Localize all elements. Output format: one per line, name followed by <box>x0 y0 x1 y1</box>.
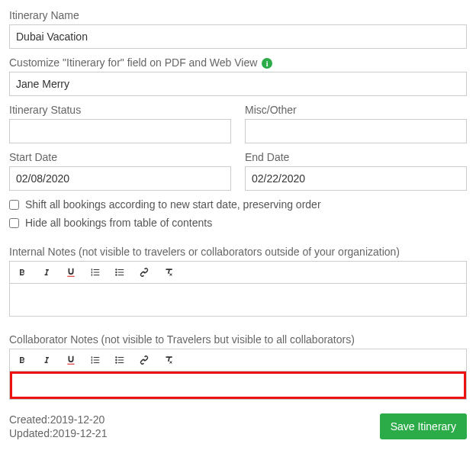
internal-notes-body[interactable] <box>10 284 466 316</box>
hide-checkbox[interactable] <box>9 218 19 228</box>
itinerary-name-label: Itinerary Name <box>9 9 467 21</box>
link-icon[interactable] <box>138 266 150 278</box>
save-button[interactable]: Save Itinerary <box>380 413 467 439</box>
customize-input[interactable] <box>9 72 467 96</box>
start-date-label: Start Date <box>9 151 231 163</box>
collab-notes-editor <box>9 349 467 400</box>
italic-icon[interactable] <box>40 354 53 366</box>
svg-rect-4 <box>67 364 74 365</box>
unordered-list-icon[interactable] <box>114 266 126 278</box>
svg-point-5 <box>115 357 117 359</box>
svg-point-7 <box>115 362 117 364</box>
clear-format-icon[interactable] <box>162 266 175 278</box>
svg-point-2 <box>115 272 117 273</box>
misc-input[interactable] <box>245 119 467 143</box>
collab-toolbar <box>10 349 466 371</box>
collab-notes-body[interactable] <box>10 371 466 399</box>
end-date-input[interactable] <box>245 166 467 191</box>
svg-point-1 <box>115 269 117 271</box>
created-value: 2019-12-20 <box>50 413 105 426</box>
itinerary-name-input[interactable] <box>9 24 467 49</box>
status-label: Itinerary Status <box>9 104 231 116</box>
link-icon[interactable] <box>138 354 150 366</box>
end-date-label: End Date <box>245 151 467 163</box>
ordered-list-icon[interactable] <box>89 354 101 366</box>
bold-icon[interactable] <box>16 354 28 366</box>
collab-notes-label: Collaborator Notes (not visible to Trave… <box>9 333 467 346</box>
customize-label: Customize "Itinerary for" field on PDF a… <box>9 56 467 69</box>
internal-notes-editor <box>9 261 467 317</box>
shift-label: Shift all bookings according to new star… <box>25 198 321 211</box>
start-date-input[interactable] <box>9 166 231 191</box>
internal-notes-label: Internal Notes (not visible to travelers… <box>9 246 467 258</box>
svg-point-3 <box>115 275 117 276</box>
italic-icon[interactable] <box>40 266 53 278</box>
info-icon[interactable]: i <box>262 58 272 69</box>
bold-icon[interactable] <box>16 266 28 278</box>
svg-point-6 <box>115 359 117 361</box>
ordered-list-icon[interactable] <box>89 266 101 278</box>
svg-rect-0 <box>67 276 74 277</box>
shift-checkbox[interactable] <box>9 200 19 210</box>
hide-label: Hide all bookings from table of contents <box>25 217 212 229</box>
updated-value: 2019-12-21 <box>53 427 108 439</box>
updated-label: Updated: <box>9 427 53 439</box>
clear-format-icon[interactable] <box>162 354 175 366</box>
misc-label: Misc/Other <box>245 104 467 116</box>
meta-block: Created:2019-12-20 Updated:2019-12-21 <box>9 413 107 441</box>
underline-icon[interactable] <box>65 354 77 366</box>
customize-label-text: Customize "Itinerary for" field on PDF a… <box>9 56 257 69</box>
status-input[interactable] <box>9 119 231 143</box>
created-label: Created: <box>9 413 50 426</box>
internal-toolbar <box>10 262 466 284</box>
unordered-list-icon[interactable] <box>114 354 126 366</box>
underline-icon[interactable] <box>65 266 77 278</box>
